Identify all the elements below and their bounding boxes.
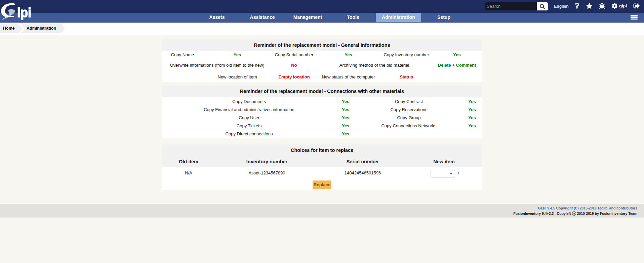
svg-text:lpi: lpi	[17, 5, 31, 20]
